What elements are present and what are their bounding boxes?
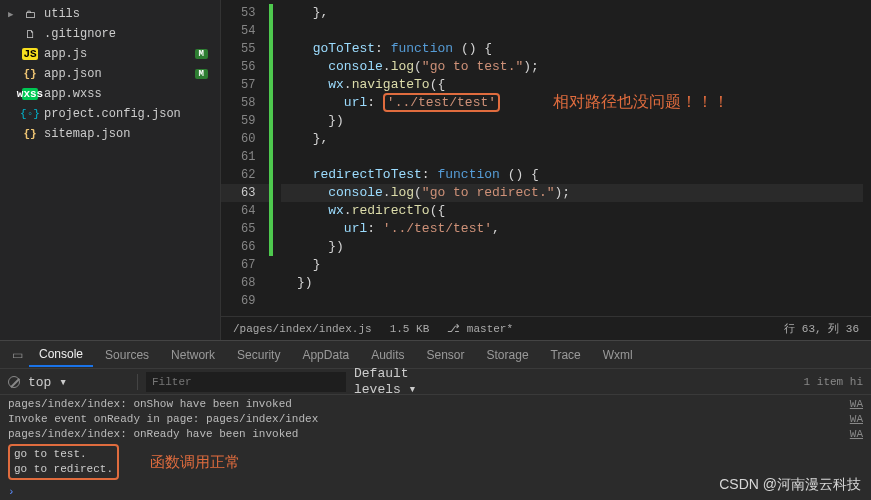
line-gutter: 5354555657585960616263646566676869 xyxy=(221,0,269,316)
code-line[interactable]: redirectToTest: function () { xyxy=(281,166,863,184)
code-line[interactable]: goToTest: function () { xyxy=(281,40,863,58)
file-label: .gitignore xyxy=(44,27,212,41)
file-label: sitemap.json xyxy=(44,127,212,141)
panel-tab-audits[interactable]: Audits xyxy=(361,344,414,366)
code-line[interactable] xyxy=(281,22,863,40)
panel-tab-trace[interactable]: Trace xyxy=(541,344,591,366)
code-line[interactable]: }, xyxy=(281,130,863,148)
modified-badge: M xyxy=(195,69,208,79)
code-line[interactable]: } xyxy=(281,256,863,274)
cursor-position: 行 63, 列 36 xyxy=(784,321,859,336)
console-log-line: go to test. xyxy=(14,447,113,462)
code-line[interactable]: url: '../test/test', xyxy=(281,220,863,238)
console-filter-input[interactable] xyxy=(146,372,346,392)
panel-tab-security[interactable]: Security xyxy=(227,344,290,366)
code-line[interactable]: console.log("go to redirect."); xyxy=(281,184,863,202)
code-line[interactable] xyxy=(281,148,863,166)
code-line[interactable]: }) xyxy=(281,112,863,130)
file-item-project-config-json[interactable]: {◦}project.config.json xyxy=(0,104,220,124)
clear-console-icon[interactable] xyxy=(8,376,20,388)
console-toolbar: top ▾ Default levels ▾ 1 item hi xyxy=(0,369,871,395)
git-branch[interactable]: ⎇ master* xyxy=(447,322,513,335)
code-editor: 5354555657585960616263646566676869 }, go… xyxy=(220,0,871,340)
code-line[interactable] xyxy=(281,292,863,310)
file-item-app-wxss[interactable]: wxssapp.wxss xyxy=(0,84,220,104)
context-selector[interactable]: top ▾ xyxy=(28,374,138,390)
panel-tab-console[interactable]: Console xyxy=(29,343,93,367)
file-item--gitignore[interactable]: 🗋.gitignore xyxy=(0,24,220,44)
panel-tabs: ▭ ConsoleSourcesNetworkSecurityAppDataAu… xyxy=(0,341,871,369)
hidden-items-count: 1 item hi xyxy=(804,376,863,388)
code-line[interactable]: wx.redirectTo({ xyxy=(281,202,863,220)
file-label: app.wxss xyxy=(44,87,212,101)
log-levels-selector[interactable]: Default levels ▾ xyxy=(354,366,454,397)
annotation-log-box: go to test.go to redirect. xyxy=(8,444,119,480)
elements-inspector-icon[interactable]: ▭ xyxy=(8,346,27,364)
file-item-app-js[interactable]: JSapp.jsM xyxy=(0,44,220,64)
code-content[interactable]: }, goToTest: function () { console.log("… xyxy=(273,0,871,316)
code-line[interactable]: console.log("go to test."); xyxy=(281,58,863,76)
file-label: app.json xyxy=(44,67,189,81)
annotation-highlight: '../test/test' xyxy=(383,93,500,112)
code-line[interactable]: }, xyxy=(281,4,863,22)
panel-tab-wxml[interactable]: Wxml xyxy=(593,344,643,366)
file-item-app-json[interactable]: {}app.jsonM xyxy=(0,64,220,84)
file-item-sitemap-json[interactable]: {}sitemap.json xyxy=(0,124,220,144)
source-link[interactable]: WA xyxy=(850,412,863,427)
editor-status-bar: /pages/index/index.js 1.5 KB ⎇ master* 行… xyxy=(221,316,871,340)
file-explorer[interactable]: ▶🗀utils🗋.gitignoreJSapp.jsM{}app.jsonMwx… xyxy=(0,0,220,340)
modified-badge: M xyxy=(195,49,208,59)
file-label: project.config.json xyxy=(44,107,212,121)
watermark: CSDN @河南漫云科技 xyxy=(719,476,861,494)
code-line[interactable]: }) xyxy=(281,238,863,256)
console-log-line: go to redirect. xyxy=(14,462,113,477)
console-line: pages/index/index: onShow have been invo… xyxy=(8,397,863,412)
source-link[interactable]: WA xyxy=(850,427,863,442)
file-label: utils xyxy=(44,7,212,21)
panel-tab-storage[interactable]: Storage xyxy=(477,344,539,366)
file-size: 1.5 KB xyxy=(390,323,430,335)
panel-tab-sensor[interactable]: Sensor xyxy=(417,344,475,366)
panel-tab-network[interactable]: Network xyxy=(161,344,225,366)
console-line: pages/index/index: onReady have been inv… xyxy=(8,427,863,442)
source-link[interactable]: WA xyxy=(850,397,863,412)
annotation-text: 相对路径也没问题！！！ xyxy=(553,92,729,113)
panel-tab-appdata[interactable]: AppData xyxy=(292,344,359,366)
file-path: /pages/index/index.js xyxy=(233,323,372,335)
annotation-text: 函数调用正常 xyxy=(150,453,240,472)
panel-tab-sources[interactable]: Sources xyxy=(95,344,159,366)
code-line[interactable]: }) xyxy=(281,274,863,292)
file-item-utils[interactable]: ▶🗀utils xyxy=(0,4,220,24)
console-prompt-icon[interactable]: › xyxy=(8,486,15,498)
console-line: Invoke event onReady in page: pages/inde… xyxy=(8,412,863,427)
file-label: app.js xyxy=(44,47,189,61)
